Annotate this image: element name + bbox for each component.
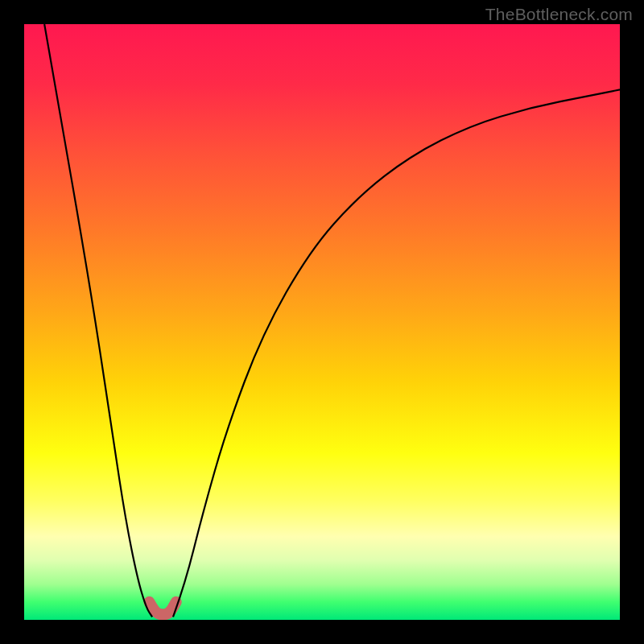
highlight-marker [149,602,175,615]
curve-right-branch [173,89,620,617]
plot-area [24,24,620,620]
watermark-text: TheBottleneck.com [485,5,633,24]
curve-left-branch [44,24,152,617]
curve-layer [24,24,620,620]
chart-frame: TheBottleneck.com [0,0,644,644]
